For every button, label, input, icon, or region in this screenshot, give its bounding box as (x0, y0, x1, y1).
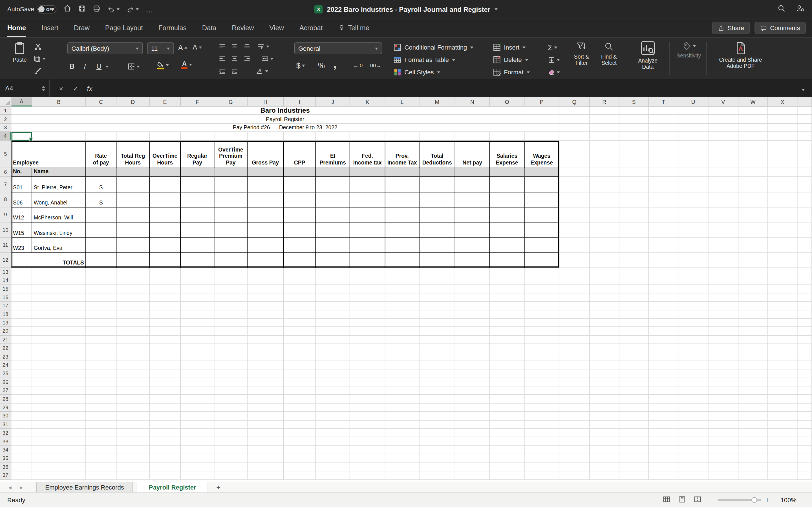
cell[interactable] (86, 378, 116, 386)
cell[interactable] (619, 310, 649, 319)
cell[interactable] (214, 438, 248, 446)
cell[interactable] (590, 370, 619, 378)
cell[interactable] (590, 302, 619, 310)
align-left-button[interactable] (218, 56, 226, 62)
cell[interactable] (116, 177, 150, 192)
cell[interactable] (649, 471, 678, 480)
row-header[interactable]: 4 (0, 132, 11, 140)
cell[interactable] (214, 471, 248, 480)
cell[interactable] (11, 438, 32, 446)
cell[interactable] (678, 293, 709, 302)
cell[interactable] (284, 168, 316, 177)
cell[interactable] (150, 361, 181, 370)
cell[interactable] (455, 302, 490, 310)
cell[interactable] (525, 335, 559, 344)
cell[interactable] (86, 412, 116, 420)
cell[interactable] (559, 207, 590, 222)
cell[interactable] (678, 132, 709, 140)
cell[interactable]: Total Reg Hours (116, 140, 150, 168)
cell[interactable] (619, 124, 649, 132)
cell[interactable] (248, 268, 284, 276)
cell[interactable] (419, 454, 455, 463)
cell[interactable] (619, 335, 649, 344)
cell[interactable] (490, 192, 525, 207)
cell[interactable] (181, 319, 214, 327)
cell[interactable] (284, 319, 316, 327)
cell[interactable] (559, 222, 590, 238)
cell[interactable] (590, 177, 619, 192)
cell[interactable] (248, 168, 284, 177)
cell[interactable] (316, 386, 350, 395)
cell[interactable] (649, 420, 678, 429)
cell[interactable] (709, 124, 739, 132)
cell[interactable] (525, 378, 559, 386)
cell[interactable] (386, 327, 419, 335)
cell[interactable] (455, 177, 490, 192)
cell[interactable] (116, 403, 150, 412)
cell[interactable] (619, 386, 649, 395)
cell[interactable] (11, 268, 32, 276)
cell[interactable] (86, 327, 116, 335)
cell[interactable] (709, 386, 739, 395)
cell[interactable] (419, 327, 455, 335)
font-size-select[interactable]: 11 (147, 43, 174, 54)
cell[interactable] (590, 471, 619, 480)
cell[interactable] (181, 238, 214, 252)
cell[interactable] (455, 168, 490, 177)
cell[interactable] (739, 429, 768, 438)
cell[interactable] (455, 438, 490, 446)
cell[interactable] (214, 192, 248, 207)
cell[interactable] (32, 319, 86, 327)
cell[interactable] (525, 420, 559, 429)
cell[interactable] (525, 319, 559, 327)
cell[interactable]: S01 (11, 177, 32, 192)
cell[interactable] (316, 403, 350, 412)
percent-style-button[interactable]: % (318, 61, 325, 70)
cell[interactable] (181, 168, 214, 177)
cell[interactable] (709, 327, 739, 335)
cell[interactable] (350, 463, 386, 471)
cell[interactable] (386, 420, 419, 429)
cell[interactable] (11, 285, 32, 293)
cell[interactable] (11, 361, 32, 370)
cell[interactable] (768, 168, 798, 177)
cell[interactable] (419, 463, 455, 471)
increase-font-size-button[interactable]: A (178, 43, 188, 52)
cell[interactable] (559, 471, 590, 480)
cell[interactable] (86, 344, 116, 353)
cell[interactable] (419, 412, 455, 420)
cell[interactable] (386, 361, 419, 370)
format-as-table-button[interactable]: Format as Table (394, 56, 455, 64)
cell[interactable] (150, 370, 181, 378)
cell[interactable] (86, 238, 116, 252)
column-header[interactable]: L (386, 97, 419, 107)
cell[interactable] (739, 192, 768, 207)
borders-button[interactable] (128, 62, 140, 70)
cell[interactable] (678, 319, 709, 327)
cell[interactable] (455, 285, 490, 293)
cell[interactable] (455, 276, 490, 285)
cell[interactable] (619, 438, 649, 446)
row-header[interactable]: 23 (0, 353, 11, 361)
cell[interactable] (150, 207, 181, 222)
cell[interactable] (116, 463, 150, 471)
cell[interactable] (116, 168, 150, 177)
cell[interactable] (150, 310, 181, 319)
cell[interactable] (525, 276, 559, 285)
cell[interactable] (11, 420, 32, 429)
cell[interactable] (386, 463, 419, 471)
cell[interactable] (590, 420, 619, 429)
cell[interactable] (590, 276, 619, 285)
paste-button[interactable]: Paste (8, 41, 31, 62)
cell[interactable] (678, 403, 709, 412)
cell[interactable] (214, 310, 248, 319)
cell[interactable] (619, 302, 649, 310)
cell[interactable] (678, 310, 709, 319)
cell[interactable] (386, 353, 419, 361)
cell[interactable] (559, 285, 590, 293)
cell[interactable] (248, 420, 284, 429)
cell[interactable] (248, 302, 284, 310)
cell[interactable] (709, 471, 739, 480)
cell[interactable] (768, 238, 798, 252)
cell[interactable] (709, 285, 739, 293)
